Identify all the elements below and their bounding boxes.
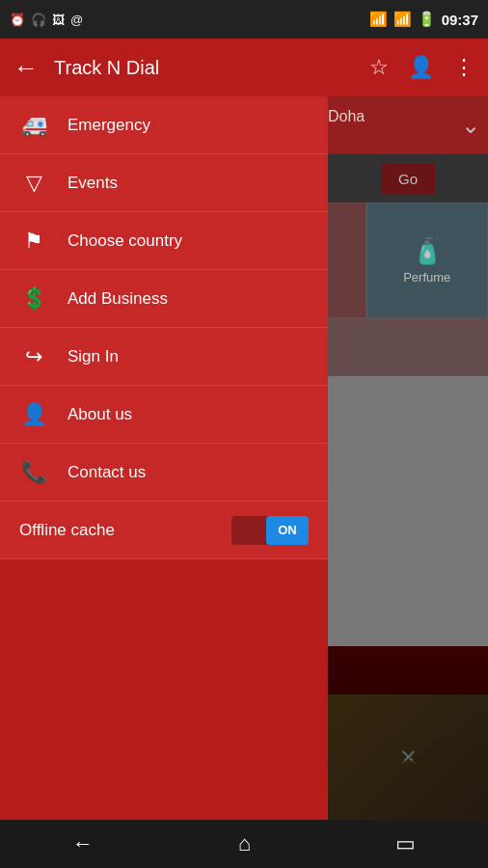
bottom-nav: ← ⌂ ▭: [0, 820, 488, 868]
category-perfume-label: Perfume: [403, 270, 450, 285]
offline-cache-row: Offline cache ON: [0, 502, 328, 559]
perfume-icon: 🧴: [412, 236, 443, 266]
image-icon: 🖼: [52, 13, 65, 27]
drawer-emergency-label: Emergency: [68, 116, 150, 135]
country-selector[interactable]: ⌄: [328, 96, 488, 154]
status-bar-left-icons: ⏰ 🎧 🖼 @: [10, 13, 83, 27]
drawer-business-label: Add Business: [68, 289, 168, 309]
category-perfume[interactable]: 🧴 Perfume: [366, 203, 489, 318]
email-icon: @: [70, 13, 83, 27]
more-icon[interactable]: ⋮: [453, 55, 474, 80]
search-area: Go: [328, 154, 488, 203]
drawer: 🚑 Emergency ▽ Events ⚑ Choose country 💲 …: [0, 96, 328, 820]
country-label: Doha: [328, 108, 365, 125]
signal-icon: 📶: [393, 11, 412, 28]
drawer-item-add-business[interactable]: 💲 Add Business: [0, 270, 328, 328]
status-bar: ⏰ 🎧 🖼 @ 📶 📶 🔋 09:37: [0, 0, 488, 39]
drawer-events-label: Events: [68, 174, 118, 193]
toolbar-actions: ☆ 👤 ⋮: [369, 55, 474, 80]
hobbit-banner-right: ⚔️: [328, 694, 488, 820]
wifi-icon: 📶: [369, 11, 388, 28]
drawer-empty-area: [0, 559, 328, 820]
main-content: ⌄ Go Doha search 📚 Education 🏥 Hospitals…: [0, 96, 488, 820]
chevron-down-icon: ⌄: [461, 112, 480, 139]
battery-icon: 🔋: [418, 11, 436, 28]
drawer-item-contact-us[interactable]: 📞 Contact us: [0, 444, 328, 502]
drawer-signin-label: Sign In: [68, 347, 119, 366]
time-display: 09:37: [442, 12, 478, 28]
business-icon: 💲: [19, 286, 48, 312]
star-icon[interactable]: ☆: [369, 55, 389, 80]
ambulance-icon: 🚑: [19, 113, 48, 138]
headset-icon: 🎧: [31, 13, 46, 27]
hobbit-right-visual: ⚔️: [401, 750, 416, 764]
go-button[interactable]: Go: [381, 163, 435, 195]
toolbar: ← Track N Dial ☆ 👤 ⋮: [0, 39, 488, 96]
status-bar-right-icons: 📶 📶 🔋 09:37: [369, 11, 478, 28]
flag-icon: ⚑: [19, 229, 48, 254]
nav-back-button[interactable]: ←: [72, 831, 94, 856]
events-icon: ▽: [19, 171, 48, 196]
drawer-item-about-us[interactable]: 👤 About us: [0, 386, 328, 444]
drawer-item-sign-in[interactable]: ↪ Sign In: [0, 328, 328, 386]
back-button[interactable]: ←: [14, 53, 39, 83]
drawer-item-choose-country[interactable]: ⚑ Choose country: [0, 212, 328, 270]
alarm-icon: ⏰: [10, 13, 25, 27]
drawer-item-events[interactable]: ▽ Events: [0, 154, 328, 212]
signin-icon: ↪: [19, 344, 48, 369]
drawer-item-emergency[interactable]: 🚑 Emergency: [0, 96, 328, 154]
offline-cache-toggle[interactable]: ON: [231, 516, 309, 545]
toggle-on-label: ON: [266, 516, 309, 545]
nav-recents-button[interactable]: ▭: [395, 831, 416, 856]
contact-icon: 📞: [19, 460, 48, 485]
drawer-contact-label: Contact us: [68, 463, 146, 482]
drawer-country-label: Choose country: [68, 231, 182, 251]
app-title: Track N Dial: [54, 57, 354, 79]
nav-home-button[interactable]: ⌂: [238, 831, 251, 856]
account-icon[interactable]: 👤: [408, 55, 434, 80]
about-icon: 👤: [19, 402, 48, 427]
drawer-about-label: About us: [68, 405, 132, 424]
offline-cache-label: Offline cache: [19, 521, 231, 540]
